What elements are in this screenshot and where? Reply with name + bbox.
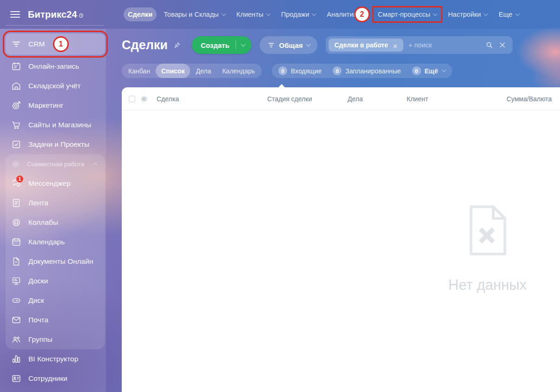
- sidebar-item-online-booking[interactable]: Онлайн-запись: [0, 57, 106, 76]
- sidebar-item-label: Документы Онлайн: [28, 257, 93, 266]
- sidebar-item-drive[interactable]: Диск: [6, 291, 105, 310]
- sidebar-item-collabs[interactable]: Коллабы: [6, 213, 105, 232]
- nav-item-more[interactable]: Еще: [494, 7, 523, 21]
- tab-calendar[interactable]: Календарь: [217, 64, 261, 78]
- sidebar-item-label: Онлайн-запись: [28, 62, 79, 71]
- nav-item-sales[interactable]: Продажи: [277, 7, 320, 21]
- sidebar-item-inventory[interactable]: Складской учёт: [0, 76, 106, 96]
- column-header-4[interactable]: Сумма/Валюта: [507, 95, 552, 103]
- sidebar-menu: CRM 1 Онлайн-запись Складской учёт Марке…: [0, 33, 106, 388]
- chevron-down-icon: [306, 42, 311, 46]
- nav-item-label: Товары и Склады: [164, 11, 218, 18]
- column-header-2[interactable]: Дела: [348, 95, 363, 103]
- sidebar-item-marketing[interactable]: Маркетинг: [0, 96, 106, 115]
- mail-icon: [11, 315, 21, 325]
- tab-list[interactable]: Список: [156, 64, 191, 78]
- sidebar-item-tasks-projects[interactable]: Задачи и Проекты: [0, 135, 106, 154]
- sidebar: CRM 1 Онлайн-запись Складской учёт Марке…: [0, 29, 106, 392]
- select-all-checkbox[interactable]: [129, 96, 135, 102]
- filter-chip[interactable]: Сделки в работе: [329, 39, 403, 52]
- column-header-1[interactable]: Стадия сделки: [267, 95, 312, 103]
- pin-icon[interactable]: [173, 41, 181, 49]
- counter-badge: 0: [278, 66, 287, 75]
- annotation-step-1-badge: 1: [53, 36, 69, 52]
- view-mode-tabs: КанбанСписокДелаКалендарь: [122, 64, 262, 78]
- empty-state: Нет данных: [428, 204, 547, 294]
- table-header-row: СделкаСтадия сделкиДелаКлиентСумма/Валют…: [122, 87, 560, 111]
- sidebar-item-mail[interactable]: Почта: [6, 310, 105, 330]
- sidebar-item-label: Лента: [28, 199, 48, 207]
- drive-icon: [11, 295, 21, 306]
- chevron-down-icon: [484, 11, 488, 16]
- page-title: Сделки: [122, 38, 168, 52]
- column-header-0[interactable]: Сделка: [157, 95, 179, 103]
- clear-search-icon[interactable]: [498, 41, 507, 49]
- activity-counters: 0Входящие0Запланированные0Ещё: [272, 64, 453, 78]
- sidebar-item-collaboration[interactable]: Совместная работа: [6, 154, 105, 174]
- bitrix24-app: Битрикс24 СделкиТовары и СкладыКлиентыПр…: [0, 0, 560, 392]
- cart-icon: [11, 120, 21, 130]
- menu-toggle-icon[interactable]: [10, 11, 20, 18]
- counter-label: Запланированные: [345, 67, 401, 75]
- sidebar-item-label: Диск: [28, 296, 44, 305]
- sidebar-item-crm[interactable]: CRM 1: [6, 33, 105, 55]
- sidebar-item-messenger[interactable]: 1 Мессенджер: [6, 174, 105, 193]
- sidebar-item-label: Группы: [28, 335, 53, 344]
- gear-icon[interactable]: [140, 95, 148, 103]
- sidebar-item-employees[interactable]: Сотрудники: [0, 369, 106, 388]
- counter-incoming[interactable]: 0Входящие: [273, 64, 327, 78]
- chip-remove-icon[interactable]: [393, 43, 398, 48]
- sidebar-item-label: Сотрудники: [28, 374, 67, 383]
- funnel-selector[interactable]: Общая: [260, 36, 318, 54]
- feed-icon: [11, 198, 21, 208]
- empty-state-text: Нет данных: [428, 277, 547, 294]
- deals-table-panel: СделкаСтадия сделкиДелаКлиентСумма/Валют…: [122, 87, 560, 392]
- chevron-down-icon: [433, 11, 437, 16]
- clock-icon: [79, 10, 84, 15]
- search-icon[interactable]: [485, 41, 494, 49]
- view-tabs-row: КанбанСписокДелаКалендарь 0Входящие0Запл…: [122, 64, 452, 78]
- sidebar-item-label: Почта: [28, 316, 48, 324]
- sidebar-item-label: Календарь: [28, 238, 65, 246]
- tab-kanban[interactable]: Канбан: [123, 64, 156, 78]
- nav-item-products-warehouses[interactable]: Товары и Склады: [159, 7, 229, 21]
- create-button-label: Создать: [192, 41, 236, 49]
- sidebar-item-label: CRM: [28, 40, 45, 48]
- counter-more[interactable]: 0Ещё: [407, 64, 452, 78]
- sidebar-item-calendar[interactable]: Календарь: [6, 232, 105, 252]
- create-button[interactable]: Создать: [192, 36, 251, 54]
- sidebar-item-feed[interactable]: Лента: [6, 193, 105, 213]
- chevron-down-icon: [515, 11, 520, 16]
- search-filter-input[interactable]: Сделки в работе + поиск: [326, 36, 513, 54]
- sidebar-item-groups[interactable]: Группы: [6, 330, 105, 349]
- nav-item-label: Клиенты: [237, 11, 264, 18]
- chevron-down-icon: [312, 11, 316, 16]
- app-logo[interactable]: Битрикс24: [28, 9, 84, 20]
- sidebar-item-bi-builder[interactable]: BI Конструктор: [0, 349, 106, 369]
- sidebar-item-sites-stores[interactable]: Сайты и Магазины: [0, 115, 106, 135]
- counter-label: Входящие: [291, 67, 322, 75]
- counter-planned[interactable]: 0Запланированные: [327, 64, 406, 78]
- nav-item-settings[interactable]: Настройки: [444, 7, 492, 21]
- create-dropdown-toggle[interactable]: [236, 45, 251, 46]
- messenger-icon: 1: [11, 178, 21, 189]
- filter-chip-label: Сделки в работе: [334, 41, 388, 49]
- employees-icon: [11, 373, 21, 384]
- collabs-icon: [11, 217, 21, 228]
- sidebar-item-label: BI Конструктор: [28, 355, 78, 363]
- nav-item-clients[interactable]: Клиенты: [232, 7, 274, 21]
- calendar-icon: [11, 237, 21, 247]
- board-icon: [11, 276, 21, 286]
- brand-area: Битрикс24: [0, 0, 122, 29]
- tab-activities[interactable]: Дела: [190, 64, 217, 78]
- nav-item-smart-processes[interactable]: Смарт-процессы2: [374, 7, 441, 21]
- sidebar-item-boards[interactable]: Доски: [6, 271, 105, 291]
- crm-funnel-icon: [11, 39, 21, 49]
- top-nav: СделкиТовары и СкладыКлиентыПродажиАнали…: [122, 7, 523, 21]
- column-header-3[interactable]: Клиент: [407, 95, 428, 103]
- sidebar-item-docs-online[interactable]: Документы Онлайн: [6, 252, 105, 271]
- counter-badge: 0: [333, 66, 342, 75]
- nav-item-deals[interactable]: Сделки: [124, 7, 157, 21]
- nav-item-label: Настройки: [448, 11, 481, 18]
- sidebar-item-label: Задачи и Проекты: [28, 140, 90, 149]
